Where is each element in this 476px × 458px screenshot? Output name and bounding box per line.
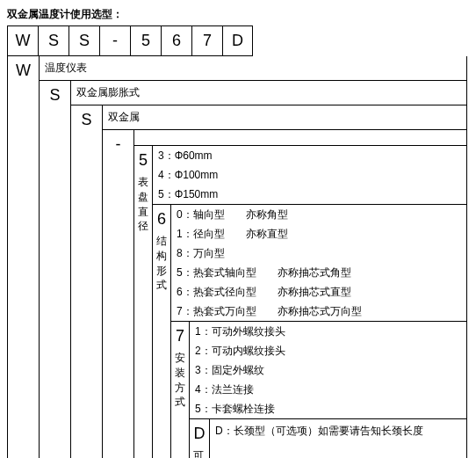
d6-option: 5：热套式轴向型 亦称抽芯式角型 (171, 263, 466, 282)
level-D-desc: D：长颈型（可选项）如需要请告知长颈长度 (210, 419, 466, 442)
code-cell: W (7, 25, 38, 56)
code-cell: S (38, 25, 69, 56)
d7-option: 4：法兰连接 (190, 380, 466, 399)
code-cell: S (69, 25, 99, 56)
d6-option: 1：径向型 亦称直型 (171, 224, 466, 244)
d6-option: 8：万向型 (171, 244, 466, 263)
d7-option: 1：可动外螺纹接头 (190, 322, 466, 341)
d5-option: 4：Φ100mm (153, 165, 466, 185)
level-D-vlabel: 可选 (190, 443, 207, 458)
code-cell: D (222, 25, 253, 56)
d5-option: 3：Φ60mm (153, 146, 466, 165)
level-s2-label: 双金属 (103, 105, 466, 130)
level-s2-char: S (71, 105, 102, 458)
code-cell: 6 (161, 25, 191, 56)
level-6-vlabel: 结构形式 (153, 229, 170, 298)
level-s1-char: S (40, 81, 70, 458)
level-dash-label (134, 130, 466, 146)
d6-option: 0：轴向型 亦称角型 (171, 205, 466, 224)
code-cell: 7 (191, 25, 222, 56)
level-s1-label: 双金属膨胀式 (71, 81, 466, 105)
level-7-vlabel: 安装方式 (171, 345, 189, 415)
code-cell: 5 (130, 25, 161, 56)
selection-table: W 温度仪表 S 双金属膨胀式 S 双金属 - (7, 56, 467, 458)
level-w-label: 温度仪表 (40, 56, 466, 81)
level-5-char: 5 (134, 146, 152, 170)
d7-option: 3：固定外螺纹 (190, 360, 466, 380)
level-5-vlabel: 表盘直径 (134, 170, 152, 239)
selection-title: 双金属温度计使用选型： (7, 7, 469, 22)
level-6-char: 6 (153, 205, 170, 229)
d7-option: 2：可动内螺纹接头 (190, 341, 466, 360)
level-D-char: D (190, 419, 209, 443)
d6-option: 7：热套式万向型 亦称抽芯式万向型 (171, 302, 466, 321)
code-cell: - (99, 25, 130, 56)
d7-option: 5：卡套螺栓连接 (190, 399, 466, 418)
level-7-char: 7 (171, 322, 189, 345)
level-dash-char: - (103, 130, 133, 458)
level-w-char: W (8, 56, 39, 458)
d6-option: 6：热套式径向型 亦称抽芯式直型 (171, 282, 466, 302)
d5-option: 5：Φ150mm (153, 185, 466, 204)
code-row: W S S - 5 6 7 D (7, 25, 469, 56)
